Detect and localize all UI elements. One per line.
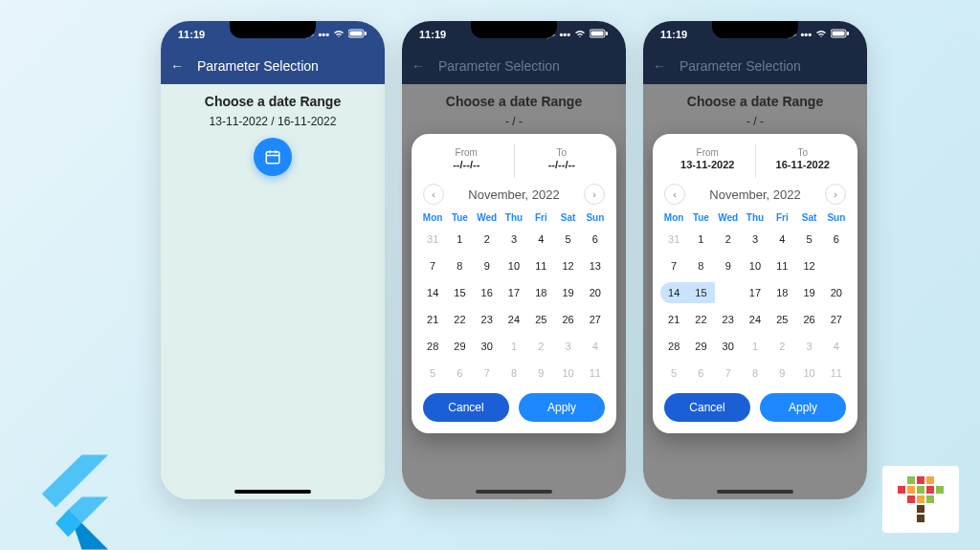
calendar-day[interactable]: 30: [474, 336, 501, 357]
calendar-day[interactable]: 26: [795, 309, 822, 330]
calendar-day[interactable]: 2: [715, 229, 742, 250]
calendar-day[interactable]: 31: [419, 229, 446, 250]
calendar-day[interactable]: 26: [554, 309, 581, 330]
calendar-day[interactable]: 5: [795, 229, 822, 250]
calendar-day[interactable]: 23: [715, 309, 742, 330]
calendar-day[interactable]: 9: [715, 255, 742, 276]
calendar-day[interactable]: 10: [501, 255, 527, 276]
apply-button[interactable]: Apply: [760, 393, 846, 422]
calendar-day[interactable]: 7: [715, 363, 742, 384]
calendar-day[interactable]: 27: [823, 309, 850, 330]
calendar-day[interactable]: 18: [768, 282, 795, 303]
calendar-day[interactable]: 3: [554, 336, 581, 357]
calendar-day[interactable]: 4: [768, 229, 795, 250]
calendar-day[interactable]: 11: [527, 255, 554, 276]
calendar-day[interactable]: 7: [419, 255, 446, 276]
cancel-button[interactable]: Cancel: [664, 393, 750, 422]
calendar-day[interactable]: 4: [582, 336, 609, 357]
calendar-day[interactable]: 15: [446, 282, 473, 303]
calendar-day[interactable]: 1: [742, 336, 768, 357]
calendar-day[interactable]: 8: [742, 363, 768, 384]
calendar-day[interactable]: 14: [660, 282, 687, 303]
calendar-day[interactable]: 6: [687, 363, 714, 384]
to-column[interactable]: To 16-11-2022: [756, 143, 851, 178]
calendar-day[interactable]: 2: [768, 336, 795, 357]
calendar-day[interactable]: 17: [742, 282, 768, 303]
next-month-button[interactable]: ›: [825, 184, 846, 205]
calendar-day[interactable]: 10: [554, 363, 581, 384]
calendar-day[interactable]: 5: [554, 229, 581, 250]
calendar-day[interactable]: 5: [660, 363, 687, 384]
calendar-day[interactable]: 31: [660, 229, 687, 250]
calendar-day[interactable]: 1: [687, 229, 714, 250]
calendar-day[interactable]: 6: [446, 363, 473, 384]
calendar-day[interactable]: 11: [823, 363, 850, 384]
calendar-day[interactable]: 21: [419, 309, 446, 330]
calendar-day[interactable]: 9: [768, 363, 795, 384]
calendar-day[interactable]: 28: [660, 336, 687, 357]
calendar-day[interactable]: 16: [474, 282, 501, 303]
calendar-day[interactable]: 2: [527, 336, 554, 357]
calendar-day[interactable]: 25: [527, 309, 554, 330]
calendar-day[interactable]: 30: [715, 336, 742, 357]
calendar-day[interactable]: 3: [501, 229, 527, 250]
calendar-day[interactable]: 14: [419, 282, 446, 303]
calendar-day[interactable]: 4: [823, 336, 850, 357]
calendar-day[interactable]: 24: [742, 309, 768, 330]
back-button[interactable]: ←: [653, 58, 666, 74]
calendar-day[interactable]: 1: [501, 336, 527, 357]
calendar-day[interactable]: 29: [446, 336, 473, 357]
cancel-button[interactable]: Cancel: [423, 393, 509, 422]
calendar-day[interactable]: 19: [795, 282, 822, 303]
calendar-day[interactable]: 10: [742, 255, 768, 276]
calendar-day[interactable]: 8: [446, 255, 473, 276]
calendar-day[interactable]: 2: [474, 229, 501, 250]
calendar-day[interactable]: 22: [446, 309, 473, 330]
next-month-button[interactable]: ›: [584, 184, 605, 205]
calendar-day[interactable]: 20: [582, 282, 609, 303]
calendar-day[interactable]: 1: [446, 229, 473, 250]
calendar-day[interactable]: 13: [582, 255, 609, 276]
calendar-day[interactable]: 8: [687, 255, 714, 276]
calendar-day[interactable]: 6: [582, 229, 609, 250]
calendar-day[interactable]: 3: [795, 336, 822, 357]
calendar-day[interactable]: 19: [554, 282, 581, 303]
calendar-day[interactable]: 16: [715, 282, 742, 303]
calendar-day[interactable]: 6: [823, 229, 850, 250]
calendar-day[interactable]: 27: [582, 309, 609, 330]
back-button[interactable]: ←: [170, 58, 184, 74]
calendar-day[interactable]: 11: [582, 363, 609, 384]
calendar-day[interactable]: 20: [823, 282, 850, 303]
back-button[interactable]: ←: [412, 58, 425, 74]
calendar-day[interactable]: 4: [527, 229, 554, 250]
prev-month-button[interactable]: ‹: [423, 184, 444, 205]
calendar-day[interactable]: 9: [527, 363, 554, 384]
calendar-day[interactable]: 29: [687, 336, 714, 357]
calendar-day[interactable]: 13: [823, 255, 850, 276]
calendar-day[interactable]: 24: [501, 309, 527, 330]
calendar-day[interactable]: 12: [554, 255, 581, 276]
calendar-day[interactable]: 23: [474, 309, 501, 330]
calendar-day[interactable]: 9: [474, 255, 501, 276]
calendar-day[interactable]: 25: [768, 309, 795, 330]
to-column[interactable]: To --/--/--: [515, 143, 610, 178]
calendar-day[interactable]: 17: [501, 282, 527, 303]
calendar-day[interactable]: 5: [419, 363, 446, 384]
calendar-day[interactable]: 21: [660, 309, 687, 330]
from-column[interactable]: From 13-11-2022: [660, 143, 756, 178]
calendar-day[interactable]: 3: [742, 229, 768, 250]
calendar-day[interactable]: 10: [795, 363, 822, 384]
calendar-day[interactable]: 18: [527, 282, 554, 303]
calendar-day[interactable]: 7: [660, 255, 687, 276]
prev-month-button[interactable]: ‹: [664, 184, 685, 205]
open-calendar-button[interactable]: [254, 138, 292, 176]
calendar-day[interactable]: 22: [687, 309, 714, 330]
calendar-day[interactable]: 28: [419, 336, 446, 357]
calendar-day[interactable]: 15: [687, 282, 714, 303]
calendar-day[interactable]: 8: [501, 363, 527, 384]
apply-button[interactable]: Apply: [519, 393, 605, 422]
calendar-day[interactable]: 12: [795, 255, 822, 276]
calendar-day[interactable]: 11: [768, 255, 795, 276]
from-column[interactable]: From --/--/--: [419, 143, 515, 178]
calendar-day[interactable]: 7: [474, 363, 501, 384]
